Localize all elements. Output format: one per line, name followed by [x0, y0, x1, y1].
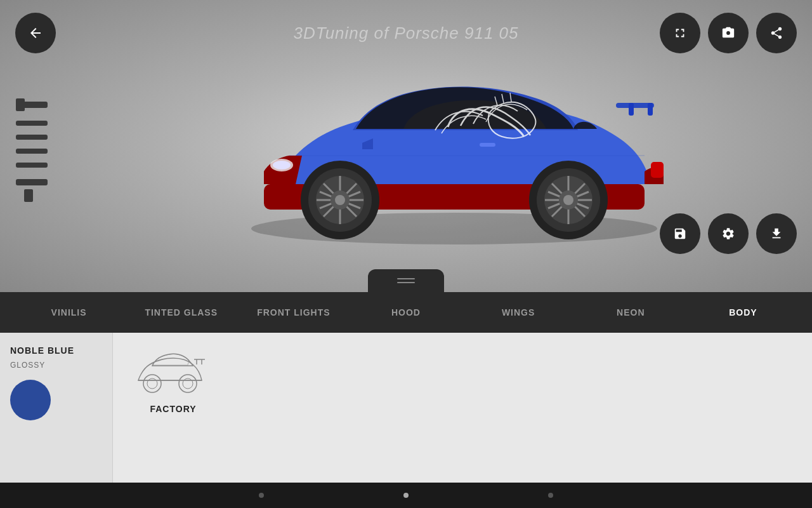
svg-rect-36: [629, 103, 634, 116]
color-swatch[interactable]: [10, 380, 51, 420]
svg-rect-4: [16, 149, 48, 154]
color-panel: NOBLE BLUE GLOSSY: [0, 333, 113, 508]
color-name: NOBLE BLUE: [10, 345, 74, 356]
factory-car-outline: [132, 345, 214, 396]
top-bar: 3DTuning of Porsche 911 05: [0, 0, 812, 66]
tab-handle[interactable]: [368, 269, 444, 292]
tab-front-lights[interactable]: FRONT LIGHTS: [237, 292, 350, 333]
dot-bar: [0, 483, 812, 508]
back-button[interactable]: [15, 13, 56, 53]
tab-vinilis[interactable]: VINILIS: [13, 292, 125, 333]
svg-point-23: [335, 195, 345, 205]
download-button[interactable]: [756, 213, 797, 254]
svg-point-41: [179, 375, 197, 392]
svg-rect-37: [648, 103, 653, 116]
layer-tool-icon[interactable]: [13, 95, 57, 222]
handle-lines-icon: [397, 278, 415, 283]
car-viewer: 3DTuning of Porsche 911 05: [0, 0, 812, 292]
top-right-buttons: [660, 13, 797, 53]
save-button[interactable]: [660, 213, 700, 254]
color-type: GLOSSY: [10, 361, 45, 370]
svg-point-39: [143, 375, 161, 392]
bottom-right-buttons: [660, 213, 797, 254]
fullscreen-button[interactable]: [660, 13, 700, 53]
svg-rect-1: [16, 98, 25, 111]
camera-button[interactable]: [708, 13, 749, 53]
left-tools: [13, 95, 57, 222]
tab-body[interactable]: BODY: [687, 292, 799, 333]
svg-rect-12: [651, 162, 664, 178]
bottom-content: NOBLE BLUE GLOSSY: [0, 333, 812, 508]
dot-2: [403, 493, 409, 498]
svg-rect-6: [16, 179, 48, 185]
svg-rect-38: [480, 143, 495, 147]
tab-wings[interactable]: WINGS: [462, 292, 575, 333]
svg-rect-2: [16, 121, 48, 126]
tab-tinted-glass[interactable]: TINTED GLASS: [125, 292, 237, 333]
page-title: 3DTuning of Porsche 911 05: [293, 23, 518, 43]
options-area: FACTORY: [113, 333, 812, 508]
option-factory[interactable]: FACTORY: [132, 345, 214, 414]
settings-button[interactable]: [708, 213, 749, 254]
tab-hood[interactable]: HOOD: [350, 292, 462, 333]
svg-point-34: [563, 195, 573, 205]
svg-rect-3: [16, 135, 48, 140]
dot-1: [259, 493, 264, 498]
tab-neon[interactable]: NEON: [575, 292, 687, 333]
svg-rect-5: [16, 163, 48, 168]
share-button[interactable]: [756, 13, 797, 53]
car-display: [213, 44, 695, 248]
option-factory-label: FACTORY: [150, 404, 196, 414]
svg-point-11: [273, 161, 291, 170]
svg-rect-7: [24, 189, 33, 202]
dot-3: [548, 493, 553, 498]
navigation-tabs: VINILIS TINTED GLASS FRONT LIGHTS HOOD W…: [0, 292, 812, 333]
